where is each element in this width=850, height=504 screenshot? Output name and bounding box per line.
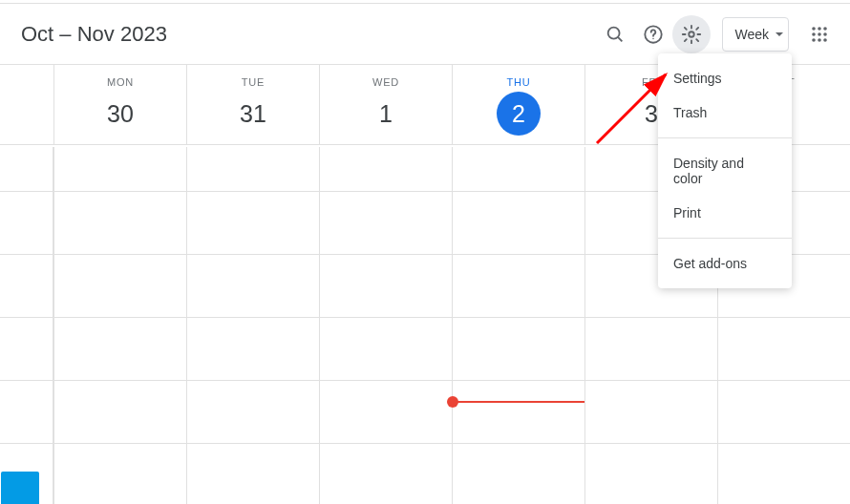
calendar-event[interactable] [1,472,39,504]
svg-point-0 [608,27,620,38]
svg-point-11 [812,38,816,42]
grid-col-thu[interactable] [452,147,584,504]
day-abbr: WED [320,76,452,88]
day-number: 2 [497,92,541,136]
menu-item-density-color[interactable]: Density and color [658,146,792,196]
svg-point-7 [823,27,827,31]
menu-item-get-addons[interactable]: Get add-ons [658,246,792,281]
day-header-mon[interactable]: MON 30 [53,65,186,144]
grid-col-tue[interactable] [186,147,319,504]
svg-line-1 [619,37,623,41]
help-icon [643,24,664,45]
svg-point-4 [690,32,695,37]
svg-point-13 [823,38,827,42]
svg-point-12 [818,38,821,42]
day-abbr: TUE [187,76,319,88]
grid-col-wed[interactable] [319,147,452,504]
day-number: 31 [231,92,275,136]
menu-separator [658,137,792,138]
time-gutter [0,147,53,504]
hour-gridline [0,443,850,444]
day-header-thu[interactable]: THU 2 [452,65,584,144]
google-apps-button[interactable] [800,15,839,53]
gear-icon [681,24,702,45]
svg-point-5 [812,27,816,31]
hour-gridline [0,380,850,381]
svg-point-6 [818,27,821,31]
menu-separator [658,238,792,239]
settings-button[interactable] [672,15,711,53]
menu-item-trash[interactable]: Trash [658,95,792,130]
day-number: 30 [98,92,142,136]
search-icon [605,24,626,45]
menu-item-print[interactable]: Print [658,196,792,230]
triangle-down-icon [775,30,784,39]
day-abbr: THU [453,76,584,88]
day-abbr: MON [54,76,186,88]
date-range-title: Oct – Nov 2023 [21,22,596,47]
settings-dropdown-menu: Settings Trash Density and color Print G… [658,53,792,288]
svg-point-10 [823,32,827,36]
apps-grid-icon [811,26,828,43]
day-header-tue[interactable]: TUE 31 [186,65,319,144]
now-indicator [453,401,584,403]
view-switcher-label: Week [734,27,769,42]
svg-point-9 [818,32,821,36]
svg-point-8 [812,32,816,36]
svg-point-3 [653,37,654,38]
time-gutter-head [0,65,53,144]
now-indicator-dot [447,396,458,408]
hour-gridline [0,317,850,318]
day-number: 1 [364,92,408,136]
grid-col-mon[interactable] [53,147,186,504]
help-button[interactable] [634,15,672,53]
search-button[interactable] [596,15,634,53]
day-header-wed[interactable]: WED 1 [319,65,452,144]
menu-item-settings[interactable]: Settings [658,61,792,95]
view-switcher[interactable]: Week [722,17,789,52]
